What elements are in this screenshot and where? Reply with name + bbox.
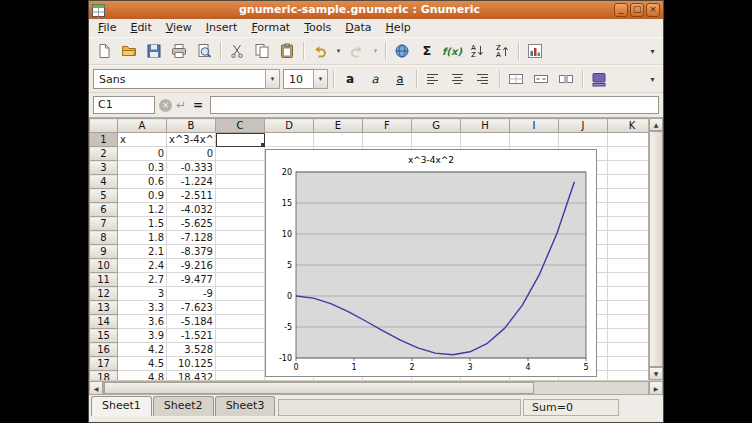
undo-history-dropdown[interactable]: ▾ bbox=[333, 40, 344, 62]
menu-item-help[interactable]: Help bbox=[379, 20, 418, 36]
underline-button[interactable]: a bbox=[388, 68, 412, 90]
background-color-button[interactable] bbox=[587, 68, 611, 90]
grid-cell[interactable] bbox=[216, 203, 265, 217]
grid-cell[interactable]: 2.4 bbox=[118, 259, 167, 273]
bold-button[interactable]: a bbox=[338, 68, 362, 90]
grid-cell[interactable]: -9.477 bbox=[167, 273, 216, 287]
column-header-B[interactable]: B bbox=[167, 119, 216, 133]
row-header-16[interactable]: 16 bbox=[90, 343, 118, 357]
grid-cell[interactable]: 18.432 bbox=[167, 371, 216, 381]
sort-descending-button[interactable]: ZA bbox=[490, 40, 514, 62]
grid-cell[interactable]: -9.216 bbox=[167, 259, 216, 273]
column-header-C[interactable]: C bbox=[216, 119, 265, 133]
horizontal-scrollbar[interactable]: ◀ ▶ bbox=[89, 380, 663, 395]
grid-cell[interactable] bbox=[216, 231, 265, 245]
row-header-10[interactable]: 10 bbox=[90, 259, 118, 273]
grid-cell[interactable]: 3 bbox=[118, 287, 167, 301]
grid-cell[interactable]: 2.1 bbox=[118, 245, 167, 259]
resize-grip[interactable] bbox=[621, 396, 661, 413]
main-toolbar-overflow-button[interactable]: ▾ bbox=[645, 40, 660, 62]
sort-ascending-button[interactable]: AZ bbox=[465, 40, 489, 62]
scroll-right-icon[interactable]: ▶ bbox=[649, 381, 663, 395]
grid-cell[interactable]: 4.8 bbox=[118, 371, 167, 381]
grid-cell[interactable]: x^3-4x^2 bbox=[167, 133, 216, 147]
align-right-button[interactable] bbox=[471, 68, 495, 90]
grid-cell[interactable]: -2.511 bbox=[167, 189, 216, 203]
menu-item-insert[interactable]: Insert bbox=[199, 20, 245, 36]
grid-cell[interactable]: 3.3 bbox=[118, 301, 167, 315]
italic-button[interactable]: a bbox=[363, 68, 387, 90]
font-name-select[interactable]: Sans ▾ bbox=[93, 69, 280, 89]
row-header-6[interactable]: 6 bbox=[90, 203, 118, 217]
paste-button[interactable] bbox=[275, 40, 299, 62]
grid-cell[interactable]: -5.625 bbox=[167, 217, 216, 231]
column-header-F[interactable]: F bbox=[363, 119, 412, 133]
grid-cell[interactable]: 3.528 bbox=[167, 343, 216, 357]
column-header-I[interactable]: I bbox=[510, 119, 559, 133]
grid-cell[interactable]: 2.7 bbox=[118, 273, 167, 287]
row-header-1[interactable]: 1 bbox=[90, 133, 118, 147]
redo-button[interactable] bbox=[345, 40, 369, 62]
grid-cell[interactable] bbox=[216, 343, 265, 357]
grid-cell[interactable] bbox=[216, 371, 265, 381]
close-button[interactable]: × bbox=[646, 3, 660, 17]
menu-item-format[interactable]: Format bbox=[244, 20, 297, 36]
scroll-down-icon[interactable]: ▼ bbox=[649, 367, 663, 380]
column-header-H[interactable]: H bbox=[461, 119, 510, 133]
row-header-2[interactable]: 2 bbox=[90, 147, 118, 161]
grid-cell[interactable] bbox=[216, 259, 265, 273]
horizontal-scroll-track[interactable] bbox=[103, 381, 649, 395]
menu-item-tools[interactable]: Tools bbox=[297, 20, 338, 36]
row-header-3[interactable]: 3 bbox=[90, 161, 118, 175]
grid-cell[interactable]: 3.9 bbox=[118, 329, 167, 343]
insert-function-button[interactable]: f(x) bbox=[440, 40, 464, 62]
column-header-J[interactable]: J bbox=[559, 119, 608, 133]
autosum-button[interactable]: Σ bbox=[415, 40, 439, 62]
font-size-select[interactable]: 10 ▾ bbox=[283, 69, 328, 89]
split-merge-button[interactable] bbox=[554, 68, 578, 90]
formula-input[interactable] bbox=[210, 96, 659, 114]
merge-cells-button[interactable] bbox=[504, 68, 528, 90]
print-button[interactable] bbox=[167, 40, 191, 62]
copy-button[interactable] bbox=[250, 40, 274, 62]
grid-cell[interactable] bbox=[216, 329, 265, 343]
grid-cell[interactable]: -7.128 bbox=[167, 231, 216, 245]
vertical-scrollbar[interactable]: ▲ ▼ bbox=[648, 118, 663, 380]
undo-button[interactable] bbox=[308, 40, 332, 62]
minimize-button[interactable]: _ bbox=[614, 3, 628, 17]
grid-cell[interactable]: 0.3 bbox=[118, 161, 167, 175]
chevron-down-icon[interactable]: ▾ bbox=[265, 69, 280, 89]
grid-cell[interactable]: 0 bbox=[167, 147, 216, 161]
menu-item-edit[interactable]: Edit bbox=[123, 20, 158, 36]
cut-button[interactable] bbox=[225, 40, 249, 62]
grid-cell[interactable]: 10.125 bbox=[167, 357, 216, 371]
grid-cell[interactable] bbox=[216, 161, 265, 175]
grid-cell[interactable] bbox=[216, 175, 265, 189]
grid-cell[interactable]: 0.9 bbox=[118, 189, 167, 203]
row-header-18[interactable]: 18 bbox=[90, 371, 118, 381]
row-header-7[interactable]: 7 bbox=[90, 217, 118, 231]
grid-cell[interactable] bbox=[314, 133, 363, 147]
row-header-4[interactable]: 4 bbox=[90, 175, 118, 189]
grid-cell[interactable]: -0.333 bbox=[167, 161, 216, 175]
row-header-15[interactable]: 15 bbox=[90, 329, 118, 343]
select-all-corner[interactable] bbox=[90, 119, 118, 133]
column-header-D[interactable]: D bbox=[265, 119, 314, 133]
menu-item-data[interactable]: Data bbox=[338, 20, 378, 36]
cell-name-box[interactable]: C1 bbox=[93, 96, 155, 114]
equals-button[interactable]: = bbox=[190, 98, 206, 112]
redo-history-dropdown[interactable]: ▾ bbox=[370, 40, 381, 62]
row-header-14[interactable]: 14 bbox=[90, 315, 118, 329]
sheet-tab-sheet2[interactable]: Sheet2 bbox=[153, 396, 214, 416]
horizontal-scroll-thumb[interactable] bbox=[104, 382, 534, 394]
column-header-G[interactable]: G bbox=[412, 119, 461, 133]
row-header-5[interactable]: 5 bbox=[90, 189, 118, 203]
grid-cell[interactable] bbox=[216, 357, 265, 371]
spreadsheet-grid[interactable]: ABCDEFGHIJK1xx^3-4x^220030.3-0.33340.6-1… bbox=[89, 117, 663, 380]
grid-cell[interactable] bbox=[216, 301, 265, 315]
center-across-button[interactable] bbox=[529, 68, 553, 90]
grid-cell[interactable] bbox=[216, 189, 265, 203]
grid-cell[interactable] bbox=[559, 133, 608, 147]
menu-item-view[interactable]: View bbox=[159, 20, 199, 36]
enter-icon[interactable]: ↵ bbox=[176, 99, 186, 112]
